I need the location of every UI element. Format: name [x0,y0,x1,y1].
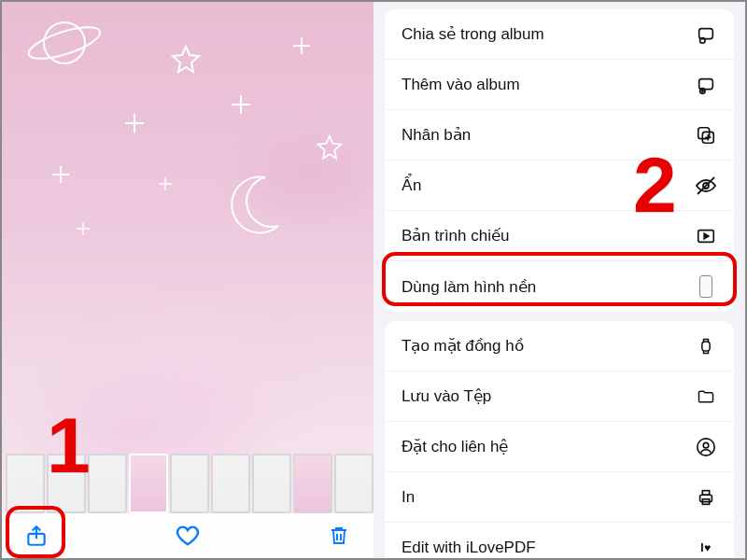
slideshow-icon [695,225,717,247]
photo-toolbar [2,513,374,558]
planet-doodle [24,15,105,77]
favorite-button[interactable] [174,522,202,550]
svg-rect-15 [702,490,709,495]
menu-label: Thêm vào album [402,76,520,94]
menu-label: Tạo mặt đồng hồ [402,336,524,356]
menu-item-ilovepdf[interactable]: Edit with iLovePDF I♥ [385,523,734,560]
moon-doodle [215,166,289,241]
svg-point-12 [698,438,714,455]
menu-label: Đặt cho liên hệ [402,437,509,456]
ilovepdf-icon: I♥ [695,537,717,559]
watchface-icon [695,335,717,357]
heart-icon [175,523,201,549]
share-button[interactable] [22,522,50,550]
menu-group-2: Tạo mặt đồng hồ Lưu vào Tệp Đặt cho liên… [385,321,734,560]
menu-item-share-album[interactable]: Chia sẻ trong album [385,9,734,60]
thumbnail[interactable] [334,454,374,513]
sparkle-doodle [293,37,310,54]
screenshot-frame: 1 Chia sẻ trong album Thêm vào album Nhâ… [0,0,747,560]
thumbnail[interactable] [88,454,127,513]
add-album-icon [695,74,717,96]
menu-label: Ẩn [402,175,421,195]
menu-group-1: Chia sẻ trong album Thêm vào album Nhân … [385,9,734,312]
sparkle-doodle [232,95,250,114]
menu-label: Edit with iLovePDF [402,539,536,557]
share-album-icon [695,23,717,46]
menu-item-slideshow[interactable]: Bản trình chiếu [385,211,734,261]
share-sheet-panel: Chia sẻ trong album Thêm vào album Nhân … [374,2,745,558]
thumbnail[interactable] [47,454,86,513]
sparkle-doodle [125,114,144,133]
photo-viewer-panel: 1 [2,2,374,558]
star-doodle [316,134,344,162]
menu-item-assign-contact[interactable]: Đặt cho liên hệ [385,422,734,472]
sparkle-doodle [159,177,172,190]
print-icon [695,486,717,509]
star-doodle [170,45,202,77]
menu-label: Bản trình chiếu [402,226,509,245]
thumbnail[interactable] [211,454,250,513]
files-icon [695,385,717,408]
menu-label: Nhân bản [402,125,471,145]
thumbnail-strip[interactable] [2,454,374,513]
contact-icon [695,436,717,458]
menu-item-save-files[interactable]: Lưu vào Tệp [385,371,734,422]
thumbnail-selected[interactable] [129,454,168,513]
trash-icon [328,525,350,547]
hide-icon [695,175,717,197]
svg-rect-5 [699,78,713,89]
menu-item-watchface[interactable]: Tạo mặt đồng hồ [385,321,734,371]
share-icon [24,524,49,548]
sparkle-doodle [77,222,90,235]
svg-point-1 [25,21,104,65]
thumbnail[interactable] [252,454,291,513]
menu-label: Dùng làm hình nền [402,277,536,297]
menu-item-duplicate[interactable]: Nhân bản [385,110,734,161]
svg-rect-14 [700,495,712,501]
delete-button[interactable] [325,522,353,550]
menu-label: Lưu vào Tệp [402,386,491,406]
menu-item-print[interactable]: In [385,472,734,523]
menu-label: Chia sẻ trong album [402,24,544,44]
thumbnail[interactable] [293,454,332,513]
menu-item-add-album[interactable]: Thêm vào album [385,60,734,110]
sparkle-doodle [52,166,69,183]
menu-item-hide[interactable]: Ẩn [385,161,734,211]
svg-rect-11 [702,342,710,351]
wallpaper-icon [695,275,717,298]
svg-rect-3 [699,28,713,38]
duplicate-icon [695,124,717,147]
svg-point-13 [703,442,709,448]
menu-label: In [402,488,415,507]
thumbnail[interactable] [170,454,209,513]
menu-item-wallpaper[interactable]: Dùng làm hình nền [385,261,734,312]
thumbnail[interactable] [6,454,45,513]
